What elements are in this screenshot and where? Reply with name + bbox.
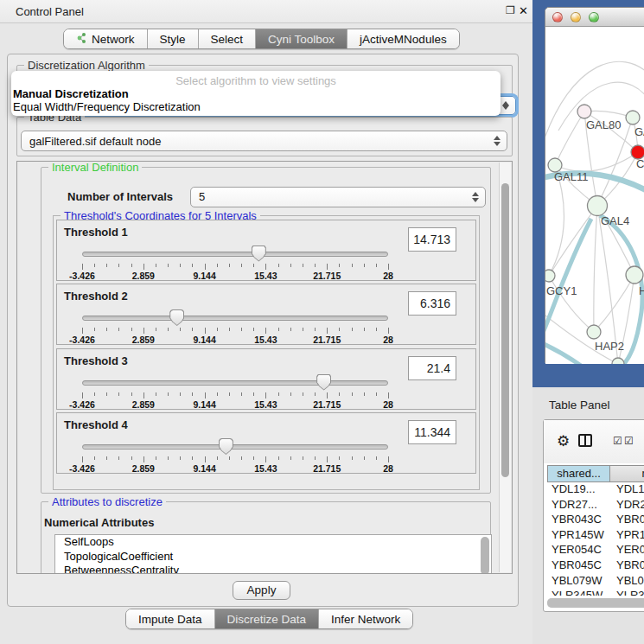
table-row[interactable]: YBR045CYBR0 — [547, 558, 644, 574]
slider-track[interactable] — [82, 316, 388, 321]
scale-label: -3.426 — [69, 271, 95, 281]
column-header-shared[interactable]: shared... — [547, 465, 610, 482]
close-traffic-light-icon[interactable] — [552, 12, 563, 22]
threshold-slider[interactable]: -3.4262.8599.14415.4321.71528 — [80, 246, 391, 279]
threshold-value-field[interactable]: 6.316 — [408, 291, 456, 316]
GCY1-node[interactable] — [545, 270, 555, 282]
table-row[interactable]: YER054CYER0 — [547, 543, 644, 558]
cell-name[interactable]: YBL0 — [613, 574, 644, 590]
cell-name[interactable]: YBR0 — [613, 513, 644, 528]
tick-mark — [156, 392, 156, 396]
tab-network[interactable]: Network — [64, 29, 148, 48]
network-canvas[interactable]: GAL80GACGAL11GAL4GCY1HHAP2 — [545, 27, 644, 364]
tab-infer-network[interactable]: Infer Network — [319, 609, 412, 628]
intervals-value: 5 — [199, 190, 205, 203]
table-row[interactable]: YBL079WYBL0 — [547, 574, 644, 590]
tab-style[interactable]: Style — [148, 29, 199, 48]
tab-impute-data[interactable]: Impute Data — [126, 609, 215, 628]
cell-shared-name[interactable]: YDR27... — [547, 498, 613, 513]
scale-label: -3.426 — [69, 399, 95, 410]
scrollbar-thumb[interactable] — [501, 183, 509, 477]
list-item-topologicalcoefficient[interactable]: TopologicalCoefficient — [55, 550, 491, 564]
minimize-traffic-light-icon[interactable] — [571, 12, 581, 22]
scrollbar-thumb[interactable] — [547, 598, 644, 608]
HAP2-node[interactable] — [587, 325, 601, 339]
tick-mark — [143, 392, 144, 399]
slider-thumb[interactable] — [169, 309, 184, 326]
tick-mark — [315, 392, 316, 396]
network-edge — [594, 206, 597, 332]
network-edge — [555, 112, 584, 165]
tab-jactivemnodules[interactable]: jActiveMNodules — [348, 29, 459, 48]
table-data-combobox[interactable]: galFiltered.sif default node — [21, 131, 507, 151]
table-row[interactable]: YLR345WYLR3 — [547, 589, 644, 596]
horizontal-scrollbar[interactable] — [547, 598, 644, 608]
cell-shared-name[interactable]: YPR145W — [547, 528, 613, 544]
tab-select[interactable]: Select — [199, 29, 257, 48]
table-toolbar: ⚙ ☑ ☑ — [544, 420, 644, 463]
cell-name[interactable]: YDR2 — [613, 498, 644, 513]
cell-name[interactable]: YBR0 — [613, 558, 644, 574]
table-row[interactable]: YDL19...YDL1 — [547, 482, 644, 498]
slider-thumb[interactable] — [219, 438, 233, 455]
cell-shared-name[interactable]: YER054C — [547, 543, 613, 558]
table-row[interactable]: YPR145WYPR1 — [547, 528, 644, 544]
GAL80-node[interactable] — [577, 105, 591, 118]
dropdown-option-equal-width[interactable]: Equal Width/Frequency Discretization — [11, 100, 501, 113]
cell-shared-name[interactable]: YBL079W — [547, 574, 613, 590]
apply-button[interactable]: Apply — [233, 581, 290, 600]
scale-label: 15.43 — [254, 463, 277, 474]
threshold-slider[interactable]: -3.4262.8599.14415.4321.71528 — [80, 310, 391, 343]
cell-name[interactable]: YDL1 — [613, 482, 644, 498]
slider-track[interactable] — [82, 444, 388, 450]
column-header-name[interactable]: na — [610, 465, 644, 482]
zoom-traffic-light-icon[interactable] — [589, 12, 599, 22]
slider-track[interactable] — [82, 252, 388, 257]
dropdown-option-manual-discretization[interactable]: Manual Discretization — [11, 87, 501, 100]
scrollbar-thumb[interactable] — [481, 537, 489, 574]
slider-thumb[interactable] — [252, 245, 266, 262]
vertical-scrollbar[interactable] — [499, 163, 511, 572]
threshold-value-field[interactable]: 21.4 — [408, 356, 456, 380]
tick-mark — [143, 264, 144, 270]
bottom-node[interactable] — [612, 358, 624, 364]
threshold-value-field[interactable]: 14.713 — [408, 227, 456, 252]
tab-cyni-toolbox[interactable]: Cyni Toolbox — [256, 29, 348, 48]
threshold-slider[interactable]: -3.4262.8599.14415.4321.71528 — [80, 439, 391, 472]
threshold-slider[interactable]: -3.4262.8599.14415.4321.71528 — [80, 375, 391, 408]
close-icon[interactable]: ✕ — [519, 4, 528, 17]
node[interactable] — [626, 111, 640, 124]
cell-shared-name[interactable]: YLR345W — [547, 589, 613, 596]
checkbox-icon[interactable]: ☑ — [624, 435, 634, 447]
checkbox-icon[interactable]: ☑ — [613, 435, 622, 447]
cell-name[interactable]: YPR1 — [613, 528, 644, 544]
list-item-selfloops[interactable]: SelfLoops — [55, 535, 491, 550]
bottom-tab-bar: Impute DataDiscretize DataInfer Network — [125, 609, 413, 629]
table-row[interactable]: YBR043CYBR0 — [547, 513, 644, 528]
list-item-betweennesscentrality[interactable]: BetweennessCentrality — [55, 564, 491, 574]
cell-name[interactable]: YLR3 — [613, 589, 644, 596]
slider-thumb[interactable] — [316, 374, 331, 391]
GAL4-node[interactable] — [588, 196, 608, 216]
tab-discretize-data[interactable]: Discretize Data — [215, 609, 320, 628]
table-row[interactable]: YDR27...YDR2 — [547, 498, 644, 513]
tick-mark — [156, 264, 156, 267]
network-edge — [555, 152, 638, 171]
tick-mark — [229, 456, 230, 460]
numerical-attributes-list[interactable]: SelfLoopsTopologicalCoefficientBetweenne… — [54, 534, 492, 574]
tick-mark — [229, 264, 230, 267]
cell-shared-name[interactable]: YBR045C — [547, 558, 613, 574]
cell-shared-name[interactable]: YBR043C — [547, 513, 613, 528]
H-node[interactable] — [626, 266, 643, 284]
cell-name[interactable]: YER0 — [613, 543, 644, 558]
split-view-icon[interactable] — [578, 434, 592, 447]
tick-mark — [94, 264, 95, 267]
tick-mark — [205, 456, 206, 462]
number-of-intervals-combobox[interactable]: 5 — [190, 187, 486, 207]
list-scrollbar[interactable] — [481, 537, 489, 574]
cell-shared-name[interactable]: YDL19... — [547, 482, 613, 498]
threshold-value-field[interactable]: 11.344 — [408, 420, 456, 444]
slider-track[interactable] — [82, 380, 388, 386]
float-icon[interactable]: ❐ — [506, 4, 515, 16]
gear-icon[interactable]: ⚙ — [557, 432, 570, 450]
